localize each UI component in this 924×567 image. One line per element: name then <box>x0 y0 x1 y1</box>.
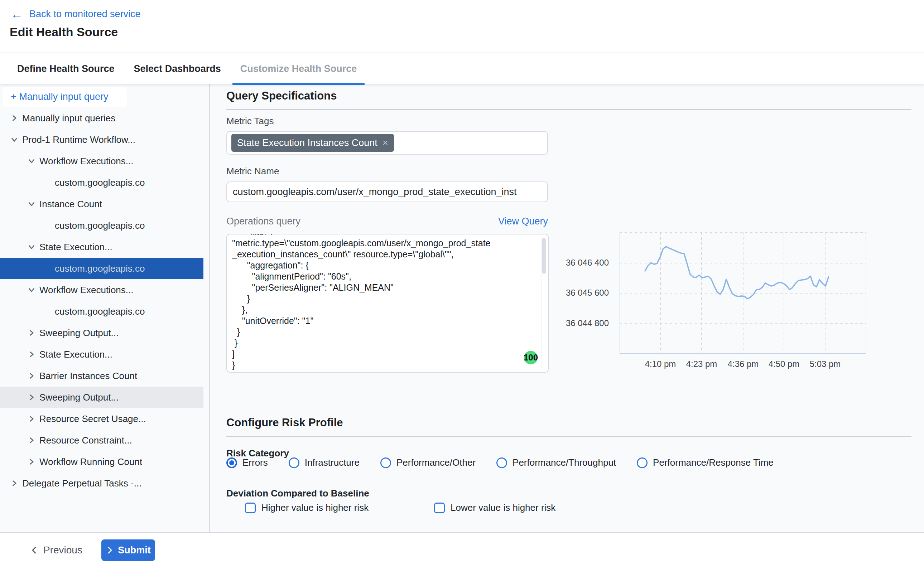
radio-performance-other[interactable]: Performance/Other <box>380 457 476 468</box>
radio-label: Performance/Other <box>397 457 476 468</box>
tree-item-resource-secret-usage[interactable]: Resource Secret Usage... <box>0 408 203 429</box>
tree-item-label: Manually input queries <box>22 113 115 124</box>
sidebar: + Manually input query Manually input qu… <box>0 84 210 532</box>
chevron-down-icon[interactable] <box>28 243 35 250</box>
tree-item-sweeping-output[interactable]: Sweeping Output... <box>0 387 203 408</box>
radio-infrastructure[interactable]: Infrastructure <box>288 457 359 468</box>
radio-performance-response-time[interactable]: Performance/Response Time <box>637 457 774 468</box>
tree-item-state-execution[interactable]: State Execution... <box>0 344 203 365</box>
checkbox-higher-value-higher-risk[interactable]: Higher value is higher risk <box>245 502 368 513</box>
tree-item-custom-googleapis-selected[interactable]: custom.googleapis.co <box>0 258 203 279</box>
radio-performance-throughput[interactable]: Performance/Throughput <box>496 457 616 468</box>
tree-item-label: Prod-1 Runtime Workflow... <box>22 134 135 146</box>
tree-item-instance-count[interactable]: Instance Count <box>0 193 203 215</box>
chevron-down-icon[interactable] <box>28 158 35 165</box>
radio-icon[interactable] <box>637 458 648 468</box>
submit-button[interactable]: Submit <box>101 539 155 561</box>
deviation-label: Deviation Compared to Baseline <box>226 488 369 499</box>
tree-item-custom-googleapis[interactable]: custom.googleapis.co <box>0 215 203 236</box>
operations-query-editor[interactable]: "filter": "metric.type=\"custom.googleap… <box>226 234 549 373</box>
metric-tag-chip-label: State Execution Instances Count <box>237 138 377 148</box>
tree-item-prod1-runtime-workflow[interactable]: Prod-1 Runtime Workflow... <box>0 129 203 150</box>
tab-customize-health-source[interactable]: Customize Health Source <box>233 53 365 84</box>
chevron-down-icon[interactable] <box>28 286 35 294</box>
back-link-label: Back to monitored service <box>29 9 141 20</box>
divider <box>226 109 912 110</box>
checkbox-lower-value-higher-risk[interactable]: Lower value is higher risk <box>434 502 556 513</box>
tree-item-label: Barrier Instances Count <box>39 370 137 382</box>
chevron-right-icon[interactable] <box>28 351 35 358</box>
chevron-right-icon[interactable] <box>28 394 35 401</box>
chevron-left-icon <box>30 546 38 554</box>
tree-item-custom-googleapis[interactable]: custom.googleapis.co <box>0 172 203 193</box>
tree-item-custom-googleapis[interactable]: custom.googleapis.co <box>0 301 203 322</box>
metric-name-input[interactable] <box>226 182 548 202</box>
x-axis-tick-label: 4:36 pm <box>720 359 766 369</box>
tree-item-label: State Execution... <box>39 242 113 253</box>
add-manual-query-button[interactable]: + Manually input query <box>3 87 127 106</box>
view-query-link[interactable]: View Query <box>498 216 548 227</box>
previous-button[interactable]: Previous <box>30 533 83 567</box>
chevron-down-icon[interactable] <box>28 201 35 208</box>
tree-item-label: custom.googleapis.co <box>55 263 145 274</box>
tree-item-label: Sweeping Output... <box>39 327 119 339</box>
tree-item-label: custom.googleapis.co <box>55 220 145 231</box>
tree-item-resource-constraint[interactable]: Resource Constraint... <box>0 429 203 451</box>
tab-define-health-source[interactable]: Define Health Source <box>9 53 122 84</box>
tree-item-state-execution[interactable]: State Execution... <box>0 236 203 258</box>
metric-preview-chart: 36 046 400 36 045 600 36 044 800 4:10 pm… <box>559 222 881 380</box>
metric-tag-chip: State Execution Instances Count × <box>231 134 394 152</box>
metric-tags-label: Metric Tags <box>226 116 273 127</box>
chevron-right-icon[interactable] <box>28 458 35 465</box>
chevron-right-icon[interactable] <box>28 372 35 380</box>
scrollbar-thumb[interactable] <box>542 238 546 274</box>
tree-item-label: State Execution... <box>39 349 113 360</box>
metric-name-label: Metric Name <box>226 166 279 177</box>
checkbox-icon[interactable] <box>245 502 256 513</box>
checkbox-label: Higher value is higher risk <box>261 502 368 513</box>
tree-item-label: Sweeping Output... <box>39 392 119 403</box>
section-title-query-specifications: Query Specifications <box>226 90 337 102</box>
page-title: Edit Health Source <box>10 25 118 39</box>
x-axis-tick-label: 5:03 pm <box>802 359 849 369</box>
radio-label: Performance/Response Time <box>653 457 774 468</box>
tree-item-sweeping-output[interactable]: Sweeping Output... <box>0 322 203 344</box>
back-arrow-icon: ← <box>11 8 23 20</box>
radio-icon[interactable] <box>380 458 391 468</box>
chevron-right-icon[interactable] <box>11 480 18 487</box>
radio-errors[interactable]: Errors <box>226 457 268 468</box>
checkbox-icon[interactable] <box>434 502 445 513</box>
tree-item-workflow-running-count[interactable]: Workflow Running Count <box>0 451 203 472</box>
tree-item-label: Workflow Running Count <box>39 456 142 468</box>
tree-item-label: Workflow Executions... <box>39 156 134 167</box>
radio-label: Performance/Throughput <box>512 457 616 468</box>
tree-item-barrier-instances-count[interactable]: Barrier Instances Count <box>0 365 203 387</box>
chip-close-icon[interactable]: × <box>383 137 388 148</box>
tree-item-label: Workflow Executions... <box>39 285 134 296</box>
footer-bar: Previous Submit <box>0 532 924 567</box>
tree-item-workflow-executions[interactable]: Workflow Executions... <box>0 150 203 172</box>
chevron-right-icon[interactable] <box>28 415 35 422</box>
tree-item-label: Resource Secret Usage... <box>39 413 146 424</box>
back-link[interactable]: ← Back to monitored service <box>11 8 141 20</box>
radio-icon[interactable] <box>226 458 237 468</box>
y-axis-tick-label: 36 045 600 <box>559 288 609 298</box>
metric-tags-input[interactable]: State Execution Instances Count × <box>226 131 548 154</box>
radio-icon[interactable] <box>496 458 507 468</box>
chevron-down-icon[interactable] <box>11 136 18 143</box>
tree-item-workflow-executions[interactable]: Workflow Executions... <box>0 279 203 301</box>
chevron-right-icon[interactable] <box>28 437 35 444</box>
radio-label: Infrastructure <box>305 457 359 468</box>
chevron-right-icon[interactable] <box>28 329 35 336</box>
records-count-badge: 100 <box>524 351 538 364</box>
operations-query-text[interactable]: "filter": "metric.type=\"custom.googleap… <box>227 234 548 371</box>
chevron-right-icon[interactable] <box>11 114 18 122</box>
tree-item-delegate-perpetual-tasks[interactable]: Delegate Perpetual Tasks -... <box>0 472 203 494</box>
tab-select-dashboards[interactable]: Select Dashboards <box>126 53 229 84</box>
tree-item-label: Instance Count <box>39 199 102 210</box>
radio-icon[interactable] <box>288 458 299 468</box>
x-axis-tick-label: 4:10 pm <box>637 359 684 369</box>
scrollbar-track[interactable] <box>541 237 547 370</box>
tree-item-manually-input-queries[interactable]: Manually input queries <box>0 107 203 129</box>
tab-bar: Define Health Source Select Dashboards C… <box>0 52 924 84</box>
